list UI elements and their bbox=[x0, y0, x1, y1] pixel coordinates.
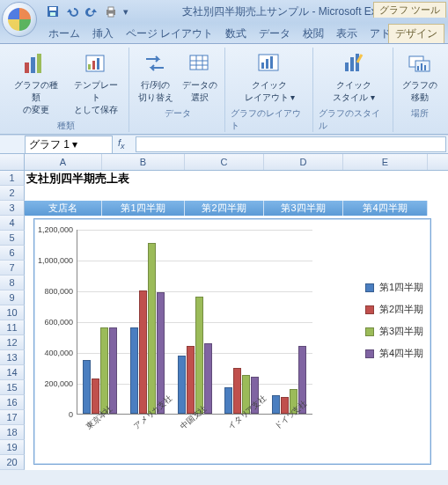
row-header-5[interactable]: 5 bbox=[0, 231, 25, 246]
table-header-cell: 第3四半期 bbox=[264, 201, 343, 216]
switch-row-col-button[interactable]: 行/列の 切り替え bbox=[135, 48, 177, 106]
group-label-loc: 場所 bbox=[411, 107, 429, 120]
select-all-corner[interactable] bbox=[0, 154, 25, 170]
row-header-18[interactable]: 18 bbox=[0, 425, 25, 440]
fx-icon[interactable]: fx bbox=[118, 137, 132, 151]
chart-bar bbox=[83, 360, 91, 414]
embedded-chart[interactable]: 0200,000400,000600,000800,0001,000,0001,… bbox=[33, 218, 431, 465]
quickprint-icon[interactable] bbox=[104, 4, 118, 18]
svg-rect-19 bbox=[261, 62, 264, 69]
formula-bar[interactable] bbox=[136, 136, 446, 152]
tab-data[interactable]: データ bbox=[253, 25, 297, 43]
group-label-layout: グラフのレイアウト bbox=[231, 107, 310, 132]
group-label-data: データ bbox=[165, 107, 191, 120]
chart-legend: 第1四半期第2四半期第3四半期第4四半期 bbox=[365, 281, 423, 369]
save-icon[interactable] bbox=[46, 4, 60, 18]
row-header-10[interactable]: 10 bbox=[0, 305, 25, 320]
worksheet: ABCDE 1234567891011121314151617181920 支社… bbox=[0, 154, 448, 470]
undo-icon[interactable] bbox=[65, 4, 79, 18]
switch-icon bbox=[142, 49, 170, 77]
svg-rect-4 bbox=[108, 7, 114, 11]
row-header-4[interactable]: 4 bbox=[0, 216, 25, 231]
col-header-A[interactable]: A bbox=[25, 154, 102, 170]
chart-plot-area bbox=[77, 230, 312, 415]
row-headers: 1234567891011121314151617181920 bbox=[0, 171, 25, 470]
chart-bar bbox=[130, 327, 138, 414]
col-header-D[interactable]: D bbox=[264, 154, 343, 170]
group-style: クイック スタイル ▾ グラフのスタイル bbox=[315, 48, 393, 132]
office-logo-icon bbox=[8, 8, 31, 31]
col-header-E[interactable]: E bbox=[343, 154, 428, 170]
svg-rect-22 bbox=[345, 62, 349, 71]
save-template-button[interactable]: テンプレート として保存 bbox=[67, 48, 125, 118]
chart-bar bbox=[139, 290, 147, 414]
formula-bar-row: グラフ 1 ▾ fx bbox=[0, 135, 448, 154]
row-header-11[interactable]: 11 bbox=[0, 320, 25, 335]
row-header-3[interactable]: 3 bbox=[0, 201, 25, 216]
row-header-12[interactable]: 12 bbox=[0, 335, 25, 350]
tab-formulas[interactable]: 数式 bbox=[219, 25, 253, 43]
chart-bar bbox=[233, 368, 241, 415]
redo-icon[interactable] bbox=[84, 4, 99, 18]
col-header-B[interactable]: B bbox=[102, 154, 185, 170]
svg-rect-5 bbox=[108, 13, 114, 17]
ribbon: グラフの種類 の変更 テンプレート として保存 種類 行/列の 切り替え データ… bbox=[0, 44, 448, 135]
tab-insert[interactable]: 挿入 bbox=[86, 25, 120, 43]
change-chart-type-button[interactable]: グラフの種類 の変更 bbox=[7, 48, 65, 118]
table-header-cell: 第1四半期 bbox=[102, 201, 185, 216]
tab-review[interactable]: 校閲 bbox=[297, 25, 330, 43]
row-header-14[interactable]: 14 bbox=[0, 365, 25, 380]
group-type: グラフの種類 の変更 テンプレート として保存 種類 bbox=[4, 48, 129, 132]
row-header-16[interactable]: 16 bbox=[0, 395, 25, 410]
select-data-button[interactable]: データの 選択 bbox=[179, 48, 221, 106]
row-header-8[interactable]: 8 bbox=[0, 276, 25, 290]
column-headers: ABCDE bbox=[0, 154, 448, 171]
chart-bar bbox=[224, 387, 232, 414]
svg-rect-6 bbox=[25, 62, 29, 73]
quick-style-button[interactable]: クイック スタイル ▾ bbox=[330, 48, 378, 106]
row-header-6[interactable]: 6 bbox=[0, 246, 25, 261]
chart-bar bbox=[178, 356, 186, 415]
move-chart-icon bbox=[406, 49, 434, 77]
table-header-cell: 支店名 bbox=[25, 201, 102, 216]
svg-rect-27 bbox=[417, 66, 419, 70]
row-header-20[interactable]: 20 bbox=[0, 455, 25, 470]
row-header-13[interactable]: 13 bbox=[0, 350, 25, 365]
contextual-tab-label: グラフ ツール bbox=[373, 2, 446, 18]
row-header-7[interactable]: 7 bbox=[0, 261, 25, 276]
chart-bar bbox=[92, 378, 99, 414]
tab-home[interactable]: ホーム bbox=[42, 25, 86, 43]
chart-bar bbox=[187, 346, 195, 414]
quick-layout-icon bbox=[255, 49, 283, 77]
title-bar: ▾ 支社別四半期売上サンプル - Microsoft Exc... グラフ ツー… bbox=[0, 0, 448, 23]
chart-bar bbox=[272, 395, 280, 414]
legend-item: 第4四半期 bbox=[365, 347, 423, 360]
cell-area[interactable]: 支社別四半期売上表 支店名第1四半期第2四半期第3四半期第4四半期 0200,0… bbox=[25, 171, 448, 470]
table-header-cell: 第4四半期 bbox=[343, 201, 428, 216]
row-header-2[interactable]: 2 bbox=[0, 186, 25, 201]
row-header-15[interactable]: 15 bbox=[0, 380, 25, 395]
chart-bar bbox=[148, 243, 156, 414]
row-header-1[interactable]: 1 bbox=[0, 171, 25, 186]
office-button[interactable] bbox=[2, 2, 37, 37]
svg-rect-7 bbox=[31, 57, 35, 73]
svg-rect-29 bbox=[424, 65, 426, 70]
name-box[interactable]: グラフ 1 ▾ bbox=[25, 136, 113, 154]
select-data-icon bbox=[186, 49, 214, 77]
svg-rect-1 bbox=[49, 7, 56, 11]
row-header-17[interactable]: 17 bbox=[0, 410, 25, 425]
group-layout: クイック レイアウト ▾ グラフのレイアウト bbox=[227, 48, 314, 132]
tab-design[interactable]: デザイン bbox=[388, 24, 444, 43]
quick-style-icon bbox=[340, 49, 368, 77]
col-header-C[interactable]: C bbox=[185, 154, 264, 170]
tab-pagelayout[interactable]: ページ レイアウト bbox=[120, 25, 219, 43]
chart-y-axis-labels: 0200,000400,000600,000800,0001,000,0001,… bbox=[36, 226, 75, 418]
quick-layout-button[interactable]: クイック レイアウト ▾ bbox=[242, 48, 298, 106]
tab-view[interactable]: 表示 bbox=[330, 25, 364, 43]
row-header-19[interactable]: 19 bbox=[0, 440, 25, 455]
move-chart-button[interactable]: グラフの 移動 bbox=[399, 48, 441, 106]
legend-item: 第2四半期 bbox=[365, 303, 423, 316]
svg-rect-11 bbox=[92, 61, 95, 70]
row-header-9[interactable]: 9 bbox=[0, 290, 25, 305]
svg-rect-12 bbox=[97, 58, 99, 70]
